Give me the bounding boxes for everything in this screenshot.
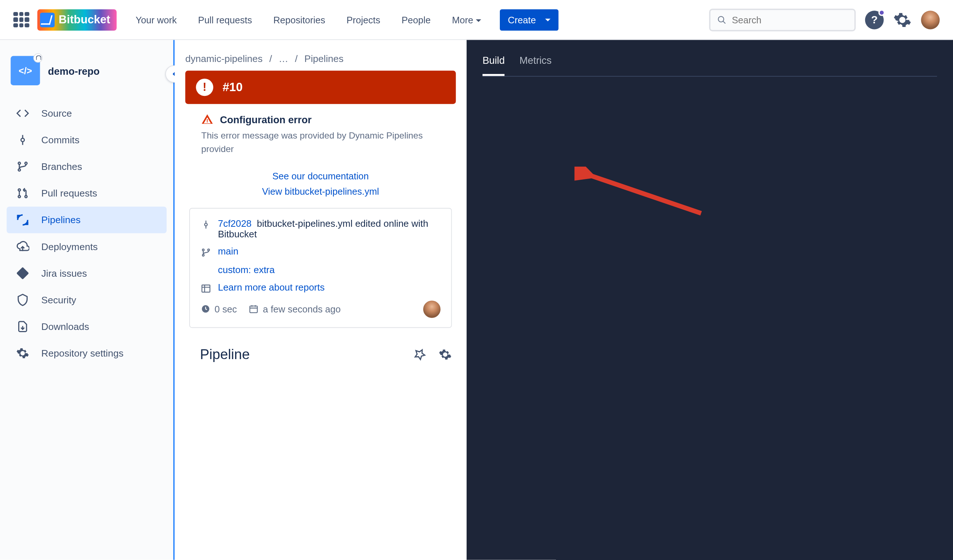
svg-rect-22 — [250, 306, 258, 313]
svg-point-16 — [202, 254, 204, 256]
build-number: #10 — [223, 80, 243, 94]
pipeline-type-link[interactable]: custom: extra — [218, 265, 275, 275]
breadcrumb-collapsed[interactable]: … — [279, 53, 289, 64]
svg-point-15 — [202, 249, 204, 251]
svg-point-2 — [21, 138, 25, 141]
lock-icon — [33, 53, 43, 63]
sidebar-item-pipelines[interactable]: Pipelines — [6, 207, 167, 233]
view-yml-link[interactable]: View bitbucket-pipelines.yml — [185, 184, 456, 199]
settings-icon[interactable] — [893, 10, 912, 29]
user-avatar[interactable] — [921, 10, 939, 29]
sidebar-item-label: Repository settings — [41, 348, 123, 358]
docs-link[interactable]: See our documentation — [185, 169, 456, 184]
duration-text: 0 sec — [215, 304, 237, 314]
commit-author-avatar[interactable] — [423, 300, 441, 318]
create-label: Create — [508, 14, 536, 25]
search-input[interactable] — [732, 14, 847, 25]
repo-icon: </> — [11, 56, 40, 85]
brand-label: Bitbucket — [59, 13, 110, 26]
svg-point-8 — [18, 195, 20, 198]
config-error-title: Configuration error — [220, 114, 311, 125]
gear-icon[interactable] — [439, 348, 452, 361]
sidebar-item-deployments[interactable]: Deployments — [6, 233, 167, 260]
notification-dot-icon — [878, 9, 885, 16]
build-status-banner: ! #10 — [185, 71, 456, 104]
svg-point-9 — [18, 189, 20, 191]
repo-name: demo-repo — [48, 65, 100, 76]
app-switcher-icon[interactable] — [14, 12, 29, 28]
nav-more[interactable]: More — [449, 12, 484, 28]
sidebar-item-label: Pull requests — [41, 188, 97, 199]
svg-line-1 — [723, 21, 725, 23]
error-icon: ! — [196, 79, 213, 96]
sidebar-item-downloads[interactable]: Downloads — [6, 313, 167, 340]
sidebar-item-source[interactable]: Source — [6, 100, 167, 127]
branch-link[interactable]: main — [218, 246, 238, 256]
tab-build[interactable]: Build — [482, 55, 504, 76]
svg-point-12 — [205, 223, 207, 226]
sidebar-item-label: Pipelines — [41, 215, 81, 225]
right-tabs: Build Metrics — [482, 55, 937, 76]
svg-point-7 — [25, 162, 27, 164]
help-icon[interactable]: ? — [865, 10, 884, 29]
doc-links: See our documentation View bitbucket-pip… — [185, 169, 456, 199]
svg-rect-18 — [202, 285, 210, 292]
reports-link[interactable]: Learn more about reports — [218, 282, 325, 292]
nav-projects[interactable]: Projects — [344, 12, 383, 28]
svg-point-0 — [718, 16, 724, 22]
pin-icon[interactable] — [413, 348, 427, 361]
reports-icon — [200, 283, 211, 294]
sidebar-item-repo-settings[interactable]: Repository settings — [6, 340, 167, 366]
breadcrumb-sep: / — [269, 53, 272, 64]
repo-header[interactable]: </> demo-repo — [6, 56, 167, 100]
sidebar-item-commits[interactable]: Commits — [6, 127, 167, 153]
sidebar-item-label: Security — [41, 295, 76, 305]
search-box[interactable] — [709, 8, 856, 31]
breadcrumb-current: Pipelines — [304, 53, 344, 64]
tab-metrics[interactable]: Metrics — [520, 55, 552, 76]
sidebar-item-label: Deployments — [41, 241, 98, 252]
breadcrumb-sep: / — [295, 53, 298, 64]
bitbucket-logo[interactable]: Bitbucket — [37, 9, 116, 30]
top-nav: Bitbucket Your work Pull requests Reposi… — [0, 0, 953, 40]
sidebar-item-branches[interactable]: Branches — [6, 153, 167, 180]
nav-pull-requests[interactable]: Pull requests — [196, 12, 255, 28]
svg-rect-11 — [16, 267, 29, 279]
sidebar-item-label: Commits — [41, 135, 79, 145]
pipeline-detail-column: dynamic-pipelines / … / Pipelines ! #10 … — [175, 40, 467, 560]
sidebar-item-label: Branches — [41, 161, 82, 172]
nav-your-work[interactable]: Your work — [133, 12, 180, 28]
commit-card: 7cf2028 bitbucket-pipelines.yml edited o… — [189, 208, 452, 328]
clock-icon — [200, 304, 210, 314]
warning-icon — [201, 113, 213, 126]
sidebar-item-security[interactable]: Security — [6, 287, 167, 313]
svg-point-17 — [208, 249, 210, 251]
config-error-message: This error message was provided by Dynam… — [201, 129, 440, 156]
sidebar-item-jira-issues[interactable]: Jira issues — [6, 260, 167, 287]
create-button[interactable]: Create — [500, 9, 559, 30]
svg-point-10 — [25, 195, 27, 198]
sidebar-item-label: Downloads — [41, 321, 89, 332]
breadcrumb-project[interactable]: dynamic-pipelines — [185, 53, 262, 64]
nav-people[interactable]: People — [399, 12, 433, 28]
calendar-icon — [249, 304, 259, 314]
sidebar-item-label: Jira issues — [41, 268, 87, 279]
sidebar-item-pull-requests[interactable]: Pull requests — [6, 180, 167, 207]
commit-icon — [200, 219, 211, 230]
when-text: a few seconds ago — [263, 304, 340, 314]
breadcrumb: dynamic-pipelines / … / Pipelines — [185, 53, 456, 64]
sidebar: </> demo-repo Source Commits Branches Pu… — [0, 40, 175, 560]
chevron-down-icon — [545, 18, 551, 24]
config-error-block: Configuration error This error message w… — [185, 113, 456, 161]
build-output-pane: Build Metrics — [467, 40, 953, 560]
nav-repositories[interactable]: Repositories — [270, 12, 328, 28]
branch-icon — [200, 247, 211, 258]
pipeline-section-title: Pipeline — [200, 346, 250, 362]
search-icon — [717, 14, 726, 25]
sidebar-item-label: Source — [41, 108, 72, 118]
svg-point-5 — [18, 162, 20, 164]
commit-hash-link[interactable]: 7cf2028 — [218, 218, 251, 229]
svg-point-6 — [18, 169, 20, 171]
